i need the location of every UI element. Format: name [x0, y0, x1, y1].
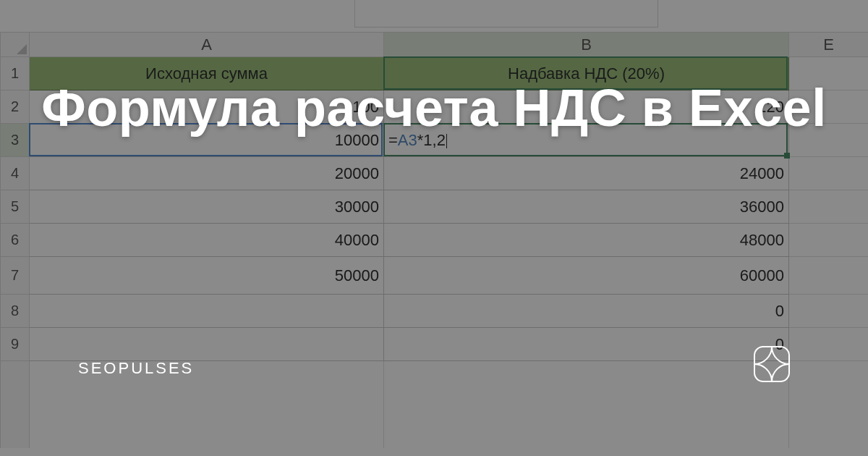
zen-icon	[754, 346, 790, 382]
page-title: Формула расчета НДС в Excel	[0, 78, 868, 138]
svg-rect-0	[754, 347, 789, 381]
brand-label: SEOPULSES	[78, 359, 194, 378]
dim-overlay	[0, 0, 868, 456]
